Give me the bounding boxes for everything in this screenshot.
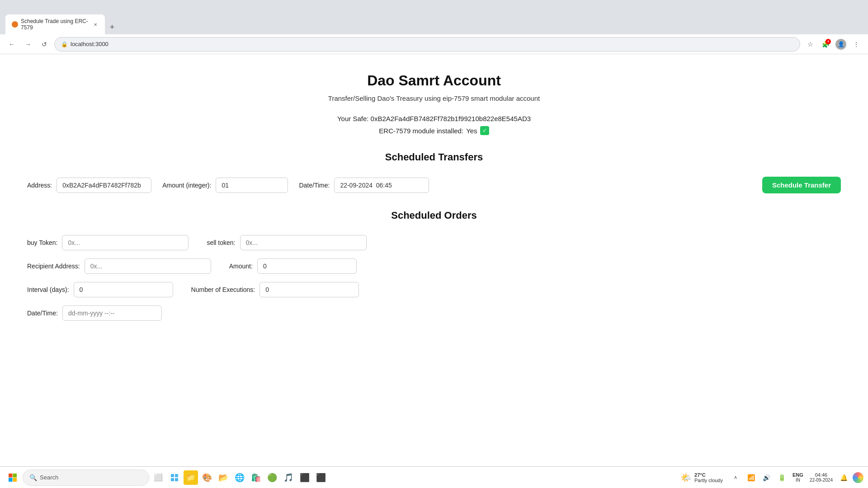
- language-region: IN: [796, 478, 800, 483]
- svg-rect-1: [13, 474, 17, 478]
- title-bar: [0, 0, 868, 18]
- paint-icon[interactable]: 🎨: [200, 470, 214, 485]
- transfer-form-row: Address: Amount (integer): Date/Time: Sc…: [27, 177, 841, 193]
- profile-icon[interactable]: 👤: [835, 38, 847, 51]
- order-datetime-input[interactable]: [62, 305, 162, 321]
- weather-temp: 27°C: [694, 472, 723, 478]
- interval-label: Interval (days):: [27, 286, 69, 293]
- tab-close-button[interactable]: ✕: [92, 21, 99, 28]
- sell-token-input[interactable]: [240, 235, 367, 250]
- address-field-group: Address:: [27, 178, 151, 193]
- taskbar: 🔍 Search ⬜ 📁 🎨 📂 🌐 🛍️ 🟢 🎵 ⬛ ⬛: [0, 466, 868, 488]
- svg-rect-4: [171, 474, 174, 477]
- music-icon[interactable]: 🎵: [281, 470, 296, 485]
- search-label: Search: [40, 474, 58, 481]
- vscode-icon[interactable]: ⬛: [314, 470, 328, 485]
- svg-rect-5: [175, 474, 178, 477]
- amount-field-group: Amount (integer):: [162, 178, 288, 193]
- page-title: Dao Samrt Account: [27, 72, 841, 89]
- personalization-icon[interactable]: [853, 472, 863, 483]
- edge-icon[interactable]: 🌐: [232, 470, 247, 485]
- buy-token-field: buy Token:: [27, 235, 189, 250]
- weather-text: 27°C Partly cloudy: [694, 472, 723, 483]
- interval-input[interactable]: [74, 282, 173, 297]
- amount-label: Amount (integer):: [162, 182, 211, 189]
- schedule-transfer-button[interactable]: Schedule Transfer: [762, 177, 841, 193]
- weather-widget[interactable]: 🌤️ 27°C Partly cloudy: [677, 472, 726, 483]
- tab-title: Schedule Trade using ERC-7579: [21, 18, 90, 31]
- recipient-input[interactable]: [85, 258, 211, 274]
- notification-icon[interactable]: 🔔: [837, 471, 850, 484]
- order-row-3: Interval (days): Number of Executions:: [27, 282, 841, 297]
- executions-label: Number of Executions:: [191, 286, 255, 293]
- order-form: buy Token: sell token: Recipient Address…: [27, 235, 841, 321]
- order-row-1: buy Token: sell token:: [27, 235, 841, 250]
- network-icon[interactable]: 📶: [745, 471, 757, 484]
- address-bar[interactable]: 🔒 localhost:3000: [54, 37, 800, 52]
- datetime-input[interactable]: [334, 178, 429, 193]
- check-icon: ✓: [480, 126, 489, 135]
- clock[interactable]: 04:46 22-09-2024: [808, 472, 835, 483]
- svg-rect-0: [9, 474, 13, 478]
- order-amount-field: Amount:: [229, 258, 357, 274]
- safe-label: Your Safe:: [337, 115, 369, 122]
- terminal-icon[interactable]: ⬛: [297, 470, 312, 485]
- order-amount-label: Amount:: [229, 263, 253, 270]
- order-amount-input[interactable]: [257, 258, 357, 274]
- amount-input[interactable]: [216, 178, 288, 193]
- file-manager-icon[interactable]: 📁: [184, 470, 198, 485]
- forward-button[interactable]: →: [22, 38, 34, 51]
- datetime-label: Date/Time:: [299, 182, 330, 189]
- order-datetime-field: Date/Time:: [27, 305, 162, 321]
- page-content: Dao Samrt Account Transfer/Selling Dao's…: [0, 54, 868, 488]
- erc-info: ERC-7579 module installed: Yes ✓: [27, 126, 841, 135]
- chrome-icon[interactable]: 🟢: [265, 470, 279, 485]
- address-label: Address:: [27, 182, 52, 189]
- back-button[interactable]: ←: [5, 38, 18, 51]
- nav-bar: ← → ↺ 🔒 localhost:3000 ☆ 🧩 4 👤 ⋮: [0, 34, 868, 54]
- explorer-icon[interactable]: 📂: [216, 470, 231, 485]
- taskbar-search[interactable]: 🔍 Search: [23, 469, 149, 486]
- sell-token-label: sell token:: [207, 239, 235, 246]
- executions-field: Number of Executions:: [191, 282, 359, 297]
- datetime-field-group: Date/Time:: [299, 178, 429, 193]
- date-display: 22-09-2024: [810, 478, 833, 483]
- svg-rect-7: [175, 478, 178, 481]
- order-row-2: Recipient Address: Amount:: [27, 258, 841, 274]
- erc-label: ERC-7579 module installed:: [379, 127, 463, 135]
- recipient-label: Recipient Address:: [27, 263, 80, 270]
- svg-rect-6: [171, 478, 174, 481]
- language-label: ENG: [793, 472, 803, 478]
- safe-info: Your Safe: 0xB2A2Fa4dFB7482Ff782b1f99210…: [27, 115, 841, 122]
- store-icon[interactable]: 🛍️: [249, 470, 263, 485]
- scheduled-orders-title: Scheduled Orders: [27, 210, 841, 221]
- buy-token-label: buy Token:: [27, 239, 57, 246]
- new-tab-button[interactable]: +: [106, 21, 118, 33]
- tab-favicon: [12, 21, 18, 28]
- hidden-icons-button[interactable]: ∧: [729, 471, 742, 484]
- volume-icon[interactable]: 🔊: [760, 471, 773, 484]
- language-indicator[interactable]: ENG IN: [791, 472, 805, 483]
- order-row-4: Date/Time:: [27, 305, 841, 321]
- taskview-icon[interactable]: ⬜: [151, 470, 165, 485]
- interval-field: Interval (days):: [27, 282, 173, 297]
- widgets-icon[interactable]: [167, 470, 182, 485]
- refresh-button[interactable]: ↺: [38, 38, 51, 51]
- tab-bar: Schedule Trade using ERC-7579 ✕ +: [0, 18, 868, 34]
- browser-chrome: Schedule Trade using ERC-7579 ✕ + ← → ↺ …: [0, 0, 868, 54]
- weather-icon: 🌤️: [680, 472, 692, 483]
- menu-icon[interactable]: ⋮: [850, 38, 863, 51]
- buy-token-input[interactable]: [62, 235, 189, 250]
- start-button[interactable]: [5, 469, 21, 486]
- scheduled-transfers-title: Scheduled Transfers: [27, 151, 841, 163]
- svg-rect-3: [13, 478, 17, 482]
- battery-icon[interactable]: 🔋: [775, 471, 788, 484]
- section-divider: Scheduled Orders: [27, 210, 841, 221]
- address-input[interactable]: [57, 178, 151, 193]
- time-display: 04:46: [815, 472, 828, 478]
- extension-icon[interactable]: 🧩 4: [819, 38, 832, 51]
- order-datetime-label: Date/Time:: [27, 310, 58, 317]
- bookmark-icon[interactable]: ☆: [804, 38, 816, 51]
- executions-input[interactable]: [259, 282, 359, 297]
- active-tab[interactable]: Schedule Trade using ERC-7579 ✕: [5, 14, 105, 34]
